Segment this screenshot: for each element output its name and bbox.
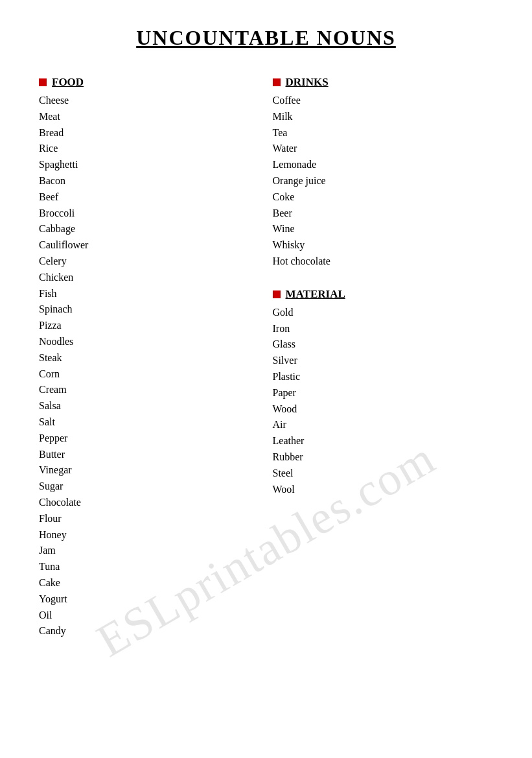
food-bullet — [39, 78, 47, 86]
right-column: DRINKSCoffeeMilkTeaWaterLemonadeOrange j… — [273, 76, 494, 657]
list-item: Yogurt — [39, 591, 260, 608]
list-item: Spaghetti — [39, 157, 260, 173]
list-item: Coffee — [273, 93, 494, 109]
list-item: Honey — [39, 527, 260, 543]
list-item: Steak — [39, 350, 260, 366]
list-item: Cream — [39, 382, 260, 398]
list-item: Spinach — [39, 302, 260, 318]
list-item: Cheese — [39, 93, 260, 109]
list-item: Iron — [273, 321, 494, 337]
list-item: Tea — [273, 125, 494, 141]
list-item: Wine — [273, 221, 494, 237]
list-item: Wool — [273, 482, 494, 498]
list-item: Glass — [273, 337, 494, 353]
list-item: Whisky — [273, 237, 494, 254]
list-item: Salt — [39, 414, 260, 431]
list-item: Cauliflower — [39, 237, 260, 254]
list-item: Hot chocolate — [273, 254, 494, 270]
list-item: Sugar — [39, 479, 260, 495]
list-item: Bread — [39, 125, 260, 141]
page-title: UNCOUNTABLE NOUNS — [39, 26, 493, 50]
list-item: Butter — [39, 447, 260, 463]
list-item: Steel — [273, 466, 494, 482]
list-item: Chocolate — [39, 495, 260, 511]
list-item: Candy — [39, 623, 260, 639]
list-item: Tuna — [39, 559, 260, 575]
drinks-title: DRINKS — [286, 76, 329, 89]
material-word-list: GoldIronGlassSilverPlasticPaperWoodAirLe… — [273, 305, 494, 498]
list-item: Lemonade — [273, 157, 494, 173]
list-item: Milk — [273, 109, 494, 125]
list-item: Pepper — [39, 431, 260, 447]
section-header-food: FOOD — [39, 76, 260, 89]
material-title: MATERIAL — [286, 288, 345, 301]
list-item: Noodles — [39, 334, 260, 350]
list-item: Rubber — [273, 449, 494, 466]
list-item: Cabbage — [39, 221, 260, 237]
list-item: Orange juice — [273, 173, 494, 189]
list-item: Beer — [273, 206, 494, 222]
list-item: Leather — [273, 433, 494, 449]
section-header-material: MATERIAL — [273, 288, 494, 301]
list-item: Oil — [39, 608, 260, 624]
list-item: Celery — [39, 254, 260, 270]
list-item: Rice — [39, 141, 260, 157]
list-item: Flour — [39, 511, 260, 527]
left-column: FOODCheeseMeatBreadRiceSpaghettiBaconBee… — [39, 76, 273, 657]
list-item: Cake — [39, 575, 260, 591]
list-item: Broccoli — [39, 206, 260, 222]
list-item: Paper — [273, 385, 494, 401]
list-item: Water — [273, 141, 494, 157]
list-item: Corn — [39, 366, 260, 383]
list-item: Meat — [39, 109, 260, 125]
section-header-drinks: DRINKS — [273, 76, 494, 89]
list-item: Vinegar — [39, 462, 260, 479]
list-item: Plastic — [273, 369, 494, 385]
food-title: FOOD — [52, 76, 84, 89]
food-word-list: CheeseMeatBreadRiceSpaghettiBaconBeefBro… — [39, 93, 260, 639]
list-item: Fish — [39, 286, 260, 302]
list-item: Wood — [273, 401, 494, 418]
drinks-word-list: CoffeeMilkTeaWaterLemonadeOrange juiceCo… — [273, 93, 494, 270]
list-item: Gold — [273, 305, 494, 321]
content-area: FOODCheeseMeatBreadRiceSpaghettiBaconBee… — [39, 76, 493, 657]
list-item: Pizza — [39, 318, 260, 334]
list-item: Air — [273, 417, 494, 433]
list-item: Salsa — [39, 398, 260, 414]
list-item: Beef — [39, 189, 260, 206]
list-item: Jam — [39, 543, 260, 559]
material-bullet — [273, 290, 281, 298]
list-item: Chicken — [39, 270, 260, 286]
drinks-bullet — [273, 78, 281, 86]
list-item: Bacon — [39, 173, 260, 189]
list-item: Silver — [273, 353, 494, 369]
list-item: Coke — [273, 189, 494, 206]
